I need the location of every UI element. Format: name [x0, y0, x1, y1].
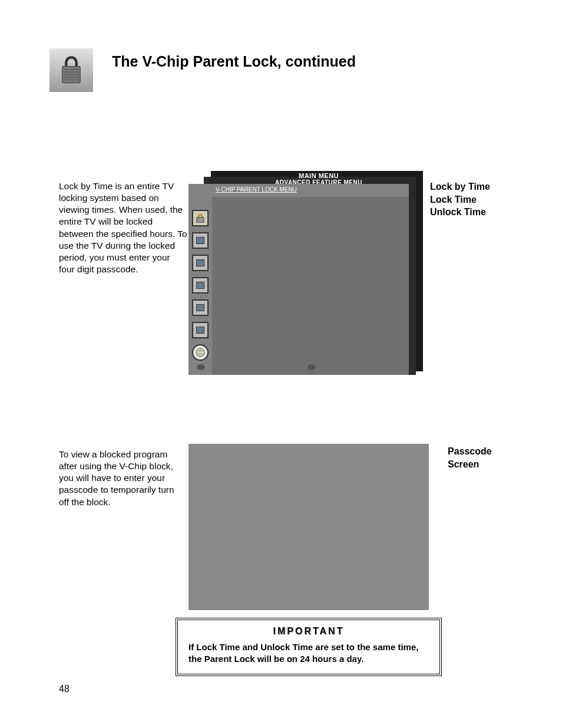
menu-box-icon — [192, 232, 209, 249]
svg-rect-6 — [197, 218, 204, 222]
menu-box-icon — [192, 299, 209, 316]
svg-point-7 — [196, 348, 204, 357]
breadcrumb-vchip-parent-lock-menu: V-CHIP PARENT LOCK MENU — [216, 186, 297, 193]
right-labels-top: Lock by Time Lock Time Unlock Time — [430, 180, 490, 219]
menu-box-icon — [192, 322, 209, 338]
menu-dot-icon — [308, 364, 316, 370]
label-unlock-time: Unlock Time — [430, 206, 490, 219]
menu-side-icons — [192, 210, 210, 361]
important-header: IMPORTANT — [189, 626, 429, 637]
menu-dot-icon — [197, 364, 205, 370]
label-lock-time: Lock Time — [430, 193, 490, 206]
page-number: 48 — [59, 684, 70, 694]
breadcrumb-main-menu: MAIN MENU — [224, 172, 414, 179]
passcode-description: To view a blocked program after using th… — [59, 449, 181, 508]
passcode-screenshot — [189, 444, 429, 610]
lock-by-time-description: Lock by Time is an entire TV locking sys… — [59, 180, 187, 275]
important-body: If Lock Time and Unlock Time are set to … — [189, 641, 429, 666]
menu-screenshot: MAIN MENU ADVANCED FEATURE MENU V-CHIP P… — [189, 171, 423, 376]
label-screen: Screen — [448, 458, 492, 471]
menu-globe-icon — [192, 344, 209, 361]
lock-header-icon — [49, 48, 93, 92]
important-callout: IMPORTANT If Lock Time and Unlock Time a… — [176, 618, 442, 676]
menu-lock-icon — [192, 210, 209, 226]
menu-box-icon — [192, 277, 209, 294]
label-passcode: Passcode — [448, 445, 492, 458]
lock-icon — [58, 55, 85, 85]
right-labels-bottom: Passcode Screen — [448, 445, 492, 470]
label-lock-by-time: Lock by Time — [430, 180, 490, 193]
menu-box-icon — [192, 255, 209, 271]
page-title: The V-Chip Parent Lock, continued — [112, 53, 356, 70]
